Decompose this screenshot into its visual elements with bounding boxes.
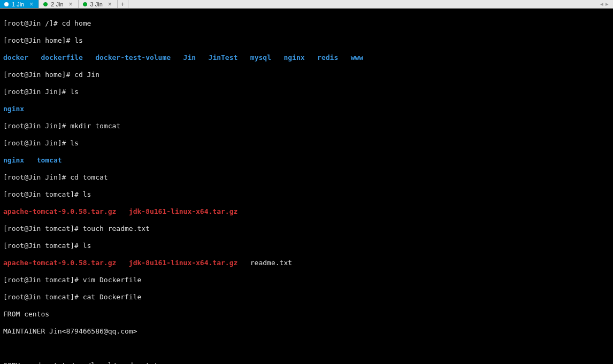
- prompt: [root@Jin Jin]#: [3, 122, 70, 130]
- command: ls: [83, 242, 91, 250]
- file-line: COPY readme.txt /usr/local/readme.txt: [3, 361, 610, 364]
- prompt: [root@Jin Jin]#: [3, 139, 70, 147]
- tab-dot-icon: [83, 2, 87, 6]
- dir-entry: tomcat: [37, 156, 62, 164]
- dir-entry: nginx: [3, 105, 24, 113]
- prompt: [root@Jin tomcat]#: [3, 293, 83, 301]
- dir-entry: Jin: [183, 53, 196, 61]
- tab-1-close-icon[interactable]: ×: [29, 1, 33, 8]
- prompt: [root@Jin Jin]#: [3, 173, 70, 181]
- dir-entry: redis: [317, 53, 338, 61]
- prompt: [root@Jin /]#: [3, 19, 62, 27]
- tab-2-close-icon[interactable]: ×: [69, 1, 73, 8]
- tab-3-close-icon[interactable]: ×: [108, 1, 112, 8]
- ls-output: apache-tomcat-9.0.58.tar.gzjdk-8u161-lin…: [3, 259, 610, 267]
- dir-entry: nginx: [283, 53, 304, 61]
- file-entry: readme.txt: [250, 259, 292, 267]
- new-tab-button[interactable]: +: [118, 0, 128, 8]
- command: vim Dockerfile: [83, 276, 142, 284]
- prompt: [root@Jin tomcat]#: [3, 190, 83, 198]
- file-line: [3, 344, 610, 353]
- terminal[interactable]: [root@Jin /]# cd home [root@Jin home]# l…: [0, 9, 613, 364]
- command: cd home: [62, 19, 91, 27]
- prompt: [root@Jin tomcat]#: [3, 224, 83, 233]
- dir-entry: JinTest: [209, 53, 238, 61]
- tab-scroll-arrows: ◂ ▸: [596, 1, 613, 7]
- command: mkdir tomcat: [70, 122, 120, 130]
- ls-output: nginx: [3, 105, 610, 113]
- command: ls: [70, 139, 79, 147]
- command: ls: [74, 36, 83, 44]
- file-entry: jdk-8u161-linux-x64.tar.gz: [129, 207, 238, 215]
- prompt: [root@Jin home]#: [3, 71, 74, 79]
- tab-1-label: 1 Jin: [12, 1, 24, 7]
- file-entry: apache-tomcat-9.0.58.tar.gz: [3, 259, 116, 267]
- dir-entry: dockerfile: [41, 53, 82, 61]
- ls-output: nginxtomcat: [3, 156, 610, 165]
- command: cd tomcat: [70, 173, 108, 181]
- dir-entry: mysql: [250, 53, 271, 61]
- tab-3-label: 3 Jin: [90, 1, 103, 7]
- prompt: [root@Jin Jin]#: [3, 88, 70, 96]
- dir-entry: www: [351, 53, 363, 61]
- dir-entry: nginx: [3, 156, 24, 164]
- command: cd Jin: [74, 71, 99, 79]
- ls-output: apache-tomcat-9.0.58.tar.gzjdk-8u161-lin…: [3, 207, 610, 216]
- file-entry: jdk-8u161-linux-x64.tar.gz: [129, 259, 238, 267]
- prompt: [root@Jin tomcat]#: [3, 242, 83, 250]
- tab-dot-icon: [43, 2, 48, 6]
- tab-arrow-right-icon[interactable]: ▸: [606, 1, 609, 7]
- tab-dot-icon: [4, 2, 9, 6]
- dir-entry: docker: [3, 53, 28, 61]
- file-line: MAINTAINER Jin<879466586@qq.com>: [3, 327, 610, 336]
- command: ls: [70, 88, 79, 96]
- file-entry: apache-tomcat-9.0.58.tar.gz: [3, 207, 116, 215]
- tab-2-label: 2 Jin: [51, 1, 63, 7]
- prompt: [root@Jin tomcat]#: [3, 276, 83, 284]
- ls-output: dockerdockerfiledocker-test-volumeJinJin…: [3, 53, 610, 62]
- file-line: FROM centos: [3, 310, 610, 319]
- tab-1[interactable]: 1 Jin ×: [0, 0, 39, 8]
- tab-arrow-left-icon[interactable]: ◂: [600, 1, 603, 7]
- command: cat Dockerfile: [83, 293, 142, 301]
- tab-bar: 1 Jin × 2 Jin × 3 Jin × + ◂ ▸: [0, 0, 613, 9]
- dir-entry: docker-test-volume: [95, 53, 171, 61]
- command: ls: [83, 190, 91, 198]
- tab-3[interactable]: 3 Jin ×: [79, 0, 118, 8]
- command: touch readme.txt: [83, 224, 150, 233]
- prompt: [root@Jin home]#: [3, 36, 74, 44]
- tab-2[interactable]: 2 Jin ×: [39, 0, 78, 8]
